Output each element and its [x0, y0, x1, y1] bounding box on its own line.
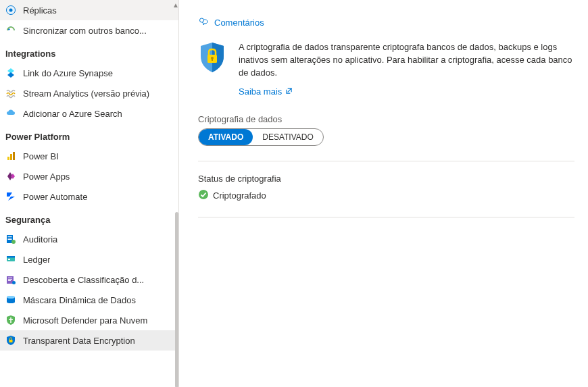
svg-rect-16 — [8, 280, 11, 281]
scroll-up-arrow[interactable]: ▲ — [172, 1, 179, 9]
sidebar-item-tde[interactable]: Transparent Data Encryption — [0, 330, 178, 351]
sidebar-item-label: Stream Analytics (versão prévia) — [23, 88, 149, 99]
mask-icon — [5, 294, 16, 305]
encryption-status-block: Status de criptografia Criptografado — [198, 174, 574, 202]
svg-rect-20 — [9, 340, 13, 342]
comments-label: Comentários — [214, 18, 264, 28]
search-cloud-icon — [5, 108, 16, 119]
svg-point-21 — [200, 18, 204, 22]
shield-lock-icon — [198, 41, 226, 76]
replicas-icon — [5, 5, 16, 16]
svg-rect-6 — [8, 236, 12, 237]
sidebar-item-label: Adicionar o Azure Search — [23, 109, 122, 119]
sidebar-item-label: Transparent Data Encryption — [23, 336, 135, 346]
sidebar-item-replicas[interactable]: Réplicas — [0, 0, 178, 20]
toggle-off[interactable]: DESATIVADO — [253, 129, 323, 145]
defender-icon — [5, 315, 16, 326]
sidebar-item-label: Ledger — [23, 255, 50, 265]
sidebar-item-audit[interactable]: Auditoria — [0, 229, 178, 249]
sidebar-item-label: Réplicas — [23, 5, 57, 16]
sidebar-item-powerapps[interactable]: Power Apps — [0, 166, 178, 186]
ledger-icon — [5, 254, 16, 265]
comments-link[interactable]: Comentários — [198, 16, 574, 29]
status-label: Status de criptografia — [198, 174, 574, 184]
sidebar-item-ledger[interactable]: Ledger — [0, 249, 178, 269]
audit-icon — [5, 234, 16, 244]
svg-rect-11 — [7, 256, 15, 258]
section-header-integrations: Integrations — [0, 41, 178, 63]
svg-rect-8 — [8, 239, 12, 240]
main-panel: Comentários A criptografia de dados tran… — [179, 0, 588, 387]
divider — [198, 161, 574, 161]
sidebar-item-label: Descoberta e Classificação d... — [23, 275, 144, 285]
comment-icon — [198, 16, 209, 29]
stream-icon — [5, 88, 16, 99]
svg-point-25 — [199, 190, 208, 199]
powerapps-icon — [5, 171, 16, 182]
toggle-on[interactable]: ATIVADO — [199, 129, 253, 145]
sidebar-item-azuresearch[interactable]: Adicionar o Azure Search — [0, 103, 178, 124]
toggle-label: Criptografia de dados — [198, 114, 574, 124]
sidebar-item-sync[interactable]: Sincronizar com outros banco... — [0, 20, 178, 41]
sidebar-item-label: Power Automate — [23, 192, 87, 202]
encryption-toggle-block: Criptografia de dados ATIVADO DESATIVADO — [198, 114, 574, 146]
powerautomate-icon — [5, 191, 16, 202]
sidebar-item-label: Microsoft Defender para Nuvem — [23, 315, 147, 326]
svg-point-19 — [7, 296, 15, 299]
sidebar-item-datamask[interactable]: Máscara Dinâmica de Dados — [0, 290, 178, 310]
svg-rect-15 — [8, 279, 12, 280]
sidebar-item-label: Auditoria — [23, 234, 57, 244]
powerbi-icon — [5, 151, 16, 161]
scrollbar-thumb[interactable] — [175, 212, 178, 387]
sidebar-item-label: Máscara Dinâmica de Dados — [23, 295, 136, 305]
scrollbar[interactable] — [174, 9, 178, 387]
info-banner: A criptografia de dados transparente cri… — [198, 41, 574, 97]
learn-more-label: Saiba mais — [239, 86, 282, 97]
success-icon — [198, 189, 209, 202]
svg-rect-7 — [8, 238, 12, 238]
learn-more-link[interactable]: Saiba mais — [239, 86, 293, 97]
encryption-toggle[interactable]: ATIVADO DESATIVADO — [198, 128, 324, 146]
section-header-security: Segurança — [0, 207, 178, 229]
svg-rect-12 — [8, 259, 10, 260]
svg-point-9 — [11, 240, 16, 244]
classification-icon — [5, 274, 16, 285]
svg-rect-24 — [212, 58, 213, 61]
sidebar-item-label: Power BI — [23, 151, 59, 161]
sidebar-item-label: Sincronizar com outros banco... — [23, 26, 147, 36]
sidebar-item-label: Power Apps — [23, 172, 70, 182]
sidebar-item-classification[interactable]: Descoberta e Classificação d... — [0, 269, 178, 290]
svg-point-1 — [9, 9, 13, 12]
svg-point-17 — [12, 281, 16, 284]
sidebar-item-label: Link do Azure Synapse — [23, 68, 113, 78]
synapse-icon — [5, 68, 16, 78]
status-value: Criptografado — [213, 190, 266, 201]
tde-icon — [5, 335, 16, 346]
sidebar-item-powerbi[interactable]: Power BI — [0, 146, 178, 166]
sidebar-item-powerautomate[interactable]: Power Automate — [0, 186, 178, 207]
info-text: A criptografia de dados transparente cri… — [239, 41, 574, 80]
svg-rect-3 — [10, 154, 12, 160]
section-header-powerplatform: Power Platform — [0, 124, 178, 146]
sidebar-item-defender[interactable]: Microsoft Defender para Nuvem — [0, 310, 178, 330]
sync-icon — [5, 25, 16, 36]
external-link-icon — [285, 86, 293, 97]
divider — [198, 217, 574, 217]
sidebar: ▲ Réplicas Sincronizar com outros banco.… — [0, 0, 179, 387]
svg-rect-2 — [7, 157, 9, 160]
svg-rect-4 — [13, 152, 15, 160]
sidebar-item-synapse[interactable]: Link do Azure Synapse — [0, 63, 178, 83]
svg-rect-14 — [8, 278, 12, 278]
sidebar-item-stream[interactable]: Stream Analytics (versão prévia) — [0, 83, 178, 103]
